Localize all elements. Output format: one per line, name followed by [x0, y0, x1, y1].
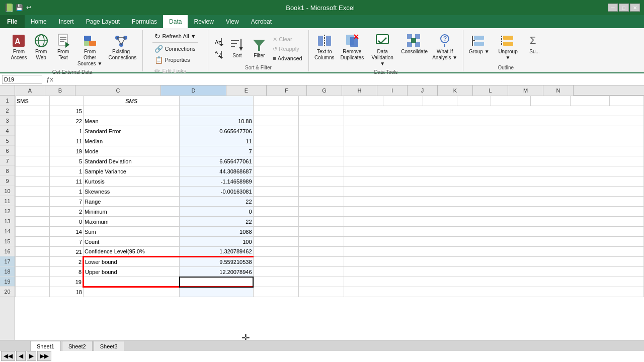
- cell-F6[interactable]: [298, 146, 344, 156]
- cell-A18[interactable]: [16, 267, 50, 277]
- cell-D9[interactable]: -1.14658989: [180, 176, 253, 187]
- cell-D18[interactable]: 12.20078946: [180, 267, 253, 277]
- cell-I1[interactable]: [423, 96, 457, 106]
- quick-access-save[interactable]: 💾: [14, 4, 25, 11]
- menu-insert[interactable]: Insert: [53, 15, 80, 28]
- text-to-columns-button[interactable]: Text toColumns: [312, 31, 337, 62]
- cell-B1[interactable]: [49, 96, 84, 106]
- cell-B2[interactable]: 15: [49, 106, 84, 116]
- sheet-tab-nav-left[interactable]: ◀◀ ◀ ▶ ▶▶: [1, 351, 51, 361]
- cell-A12[interactable]: [16, 207, 50, 217]
- cell-L1[interactable]: [530, 96, 570, 106]
- formula-input[interactable]: [57, 75, 642, 84]
- cell-H1[interactable]: [383, 96, 423, 106]
- cell-A1[interactable]: SMS: [16, 96, 50, 106]
- cell-E2[interactable]: [253, 106, 298, 116]
- filter-button[interactable]: Filter: [249, 35, 270, 60]
- minimize-btn[interactable]: ─: [608, 4, 618, 12]
- cell-F11[interactable]: [298, 197, 344, 207]
- cell-B8[interactable]: 1: [49, 166, 84, 176]
- cell-E8[interactable]: [253, 166, 298, 176]
- what-if-button[interactable]: ? What-IfAnalysis ▼: [430, 31, 460, 62]
- cell-C12[interactable]: Minimum: [84, 207, 180, 217]
- cell-E19[interactable]: [253, 277, 298, 287]
- cell-D11[interactable]: 22: [180, 197, 253, 207]
- sheet-tab-sheet3[interactable]: Sheet3: [94, 341, 124, 351]
- cell-C1[interactable]: SMS: [84, 96, 180, 106]
- cell-A11[interactable]: [16, 197, 50, 207]
- cell-F18[interactable]: [298, 267, 344, 277]
- ungroup-button[interactable]: Ungroup ▼: [493, 31, 523, 62]
- maximize-btn[interactable]: □: [619, 4, 629, 12]
- cell-F17[interactable]: [298, 257, 344, 267]
- cell-B17[interactable]: 2: [49, 257, 84, 267]
- remove-duplicates-button[interactable]: RemoveDuplicates: [338, 31, 366, 62]
- cell-B13[interactable]: 0: [49, 217, 84, 227]
- cell-C10[interactable]: Skewness: [84, 187, 180, 197]
- cell-D1[interactable]: [180, 96, 253, 106]
- sheet-tab-sheet1[interactable]: Sheet1: [30, 341, 61, 351]
- cell-C2[interactable]: [84, 106, 180, 116]
- menu-home[interactable]: Home: [25, 15, 53, 28]
- cell-D2[interactable]: [180, 106, 253, 116]
- close-btn[interactable]: ✕: [630, 4, 640, 12]
- cell-C18[interactable]: Upper bound: [84, 267, 180, 277]
- cell-E10[interactable]: [253, 187, 298, 197]
- cell-C20[interactable]: [84, 287, 180, 297]
- cell-E3[interactable]: [253, 116, 298, 126]
- cell-C17[interactable]: Lower bound: [84, 257, 180, 267]
- properties-button[interactable]: 📋 Properties: [152, 55, 192, 65]
- cell-E11[interactable]: [253, 197, 298, 207]
- cell-F19[interactable]: [298, 277, 344, 287]
- cell-E6[interactable]: [253, 146, 298, 156]
- cell-B9[interactable]: 11: [49, 176, 84, 187]
- cell-B5[interactable]: 11: [49, 136, 84, 146]
- cell-B7[interactable]: 5: [49, 156, 84, 166]
- cell-A16[interactable]: [16, 247, 50, 257]
- cell-C15[interactable]: Count: [84, 237, 180, 247]
- menu-page-layout[interactable]: Page Layout: [80, 15, 126, 28]
- cell-C6[interactable]: Mode: [84, 146, 180, 156]
- cell-A3[interactable]: [16, 116, 50, 126]
- cell-D20[interactable]: [180, 287, 253, 297]
- cell-D7[interactable]: 6.656477061: [180, 156, 253, 166]
- cell-D17[interactable]: 9.559210538: [180, 257, 253, 267]
- cell-B10[interactable]: 1: [49, 187, 84, 197]
- cell-D6[interactable]: 7: [180, 146, 253, 156]
- cell-D8[interactable]: 44.30868687: [180, 166, 253, 176]
- cell-A10[interactable]: [16, 187, 50, 197]
- menu-review[interactable]: Review: [188, 15, 219, 28]
- cell-C5[interactable]: Median: [84, 136, 180, 146]
- from-web-button[interactable]: FromWeb: [31, 31, 52, 62]
- cell-B3[interactable]: 22: [49, 116, 84, 126]
- cell-E1[interactable]: [253, 96, 298, 106]
- from-text-button[interactable]: FromText: [53, 31, 74, 62]
- menu-formulas[interactable]: Formulas: [126, 15, 163, 28]
- cell-A7[interactable]: [16, 156, 50, 166]
- cell-F3[interactable]: [298, 116, 344, 126]
- cell-B14[interactable]: 14: [49, 227, 84, 237]
- cell-F12[interactable]: [298, 207, 344, 217]
- cell-B18[interactable]: 8: [49, 267, 84, 277]
- cell-E12[interactable]: [253, 207, 298, 217]
- cell-D10[interactable]: -0.00163081: [180, 187, 253, 197]
- clear-button[interactable]: ✕ Clear: [271, 35, 304, 44]
- name-box[interactable]: D19: [2, 75, 42, 84]
- menu-file[interactable]: File: [0, 15, 25, 28]
- cell-C11[interactable]: Range: [84, 197, 180, 207]
- cell-D13[interactable]: 22: [180, 217, 253, 227]
- cell-A20[interactable]: [16, 287, 50, 297]
- cell-A8[interactable]: [16, 166, 50, 176]
- cell-A19[interactable]: [16, 277, 50, 287]
- cell-C8[interactable]: Sample Variance: [84, 166, 180, 176]
- cell-F7[interactable]: [298, 156, 344, 166]
- cell-B4[interactable]: 1: [49, 126, 84, 136]
- cell-E17[interactable]: [253, 257, 298, 267]
- cell-A6[interactable]: [16, 146, 50, 156]
- connections-button[interactable]: 🔗 Connections: [152, 44, 197, 54]
- cell-E13[interactable]: [253, 217, 298, 227]
- cell-B16[interactable]: 21: [49, 247, 84, 257]
- from-other-sources-button[interactable]: From OtherSources ▼: [75, 31, 105, 68]
- cell-E7[interactable]: [253, 156, 298, 166]
- menu-data[interactable]: Data: [163, 15, 188, 28]
